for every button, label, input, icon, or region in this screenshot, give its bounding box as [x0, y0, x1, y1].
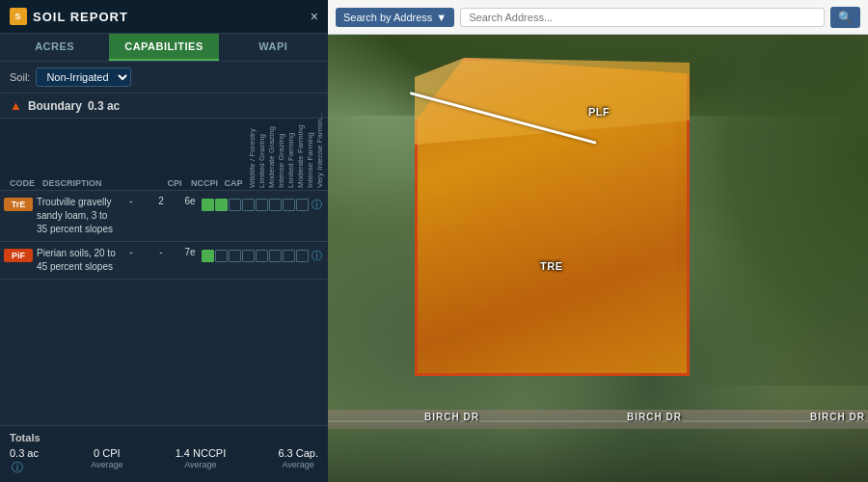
totals-label: Totals: [10, 432, 41, 443]
rotated-capability-headers: Wildlife / Forestry Limited Grazing Mode…: [245, 120, 324, 188]
cap-box: [256, 250, 268, 262]
total-cap-sub: Average: [282, 460, 313, 469]
road-label-3: BIRCH DR: [810, 412, 865, 422]
total-nccpi-val: 1.4 NCCPI: [176, 447, 227, 459]
total-cap: 6.3 Cap. Average: [278, 447, 318, 469]
search-by-address-button[interactable]: Search by Address ▼: [336, 8, 454, 27]
cap-col-intense-farming: Intense Farming: [307, 120, 314, 188]
tre-label: TRE: [540, 260, 563, 272]
cap-box: [269, 199, 282, 211]
map-searchbar: Search by Address ▼ 🔍: [328, 0, 868, 35]
trees-bottom-area: [328, 405, 868, 482]
cap-box: [229, 250, 241, 262]
soil-label: Soil:: [10, 71, 30, 83]
cap-col-intense-grazing: Intense Grazing: [278, 120, 285, 188]
row1-info-icon[interactable]: ⓘ: [312, 198, 322, 212]
soil-type-select[interactable]: Non-Irrigated: [36, 67, 131, 87]
road-label-2: BIRCH DR: [627, 412, 682, 422]
row-nccpi: 2: [144, 196, 178, 206]
row-code-badge: PiF: [4, 249, 33, 262]
col-header-description: DESCRIPTION: [42, 178, 162, 188]
acres-info-icon[interactable]: ⓘ: [12, 460, 23, 476]
search-by-address-label: Search by Address: [343, 12, 432, 23]
cap-box: [242, 250, 255, 262]
tabs-row: ACRES CAPABILITIES WAPI: [0, 34, 328, 62]
cap-col-moderate-farming: Moderate Farming: [297, 120, 305, 188]
cap-boxes-row2: ⓘ: [202, 247, 324, 263]
plf-label: PLF: [588, 106, 610, 118]
search-submit-button[interactable]: 🔍: [830, 7, 860, 28]
col-header-nccpi: NCCPI: [187, 178, 222, 188]
cap-box: [269, 250, 282, 262]
row2-info-icon[interactable]: ⓘ: [312, 249, 322, 263]
soil-report-panel: S SOIL REPORT × ACRES CAPABILITIES WAPI …: [0, 0, 328, 482]
road-label-1: BIRCH DR: [424, 412, 479, 422]
boundary-label: Boundary: [28, 99, 82, 113]
cap-box: [242, 199, 255, 211]
boundary-acres: 0.3 ac: [88, 99, 120, 113]
chevron-down-icon: ▼: [436, 12, 447, 23]
trees-right-area: [675, 0, 868, 386]
boundary-row: ▲ Boundary 0.3 ac: [0, 94, 328, 119]
boundary-icon: ▲: [10, 98, 22, 113]
cap-box: [296, 250, 309, 262]
row-nccpi: -: [144, 247, 178, 257]
soil-data-rows: TrE Troutville gravelly sandy loam, 3 to…: [0, 191, 328, 425]
col-header-cap: CAP: [222, 178, 245, 188]
map-panel[interactable]: PLF TRE BIRCH DR BIRCH DR BIRCH DR Searc…: [328, 0, 868, 482]
row-cpi: -: [119, 196, 144, 206]
panel-title: S SOIL REPORT: [10, 8, 128, 25]
total-nccpi-sub: Average: [184, 460, 216, 469]
row-code-badge: TrE: [4, 198, 33, 211]
col-header-cpi: CPI: [162, 178, 187, 188]
row-cap: 7e: [178, 247, 202, 257]
close-button[interactable]: ×: [311, 9, 318, 24]
tab-capabilities[interactable]: CAPABILITIES: [109, 34, 218, 61]
panel-header: S SOIL REPORT ×: [0, 0, 328, 34]
cap-col-very-intense-farming: Very Intense Farmin...: [316, 120, 324, 188]
cap-boxes-row1: ⓘ: [202, 196, 324, 212]
total-acres-val: 0.3 ac: [10, 447, 39, 459]
address-search-input[interactable]: [460, 8, 825, 27]
table-row: PiF Pierian soils, 20 to 45 percent slop…: [0, 242, 328, 280]
row-description: Pierian soils, 20 to 45 percent slopes: [37, 247, 119, 274]
cap-box: [283, 199, 295, 211]
cap-box: [202, 250, 214, 262]
cap-box: [229, 199, 241, 211]
cap-box: [256, 199, 268, 211]
totals-section: Totals 0.3 ac ⓘ 0 CPI Average 1.4 NCCPI …: [0, 425, 328, 482]
cap-col-wildlife: Wildlife / Forestry: [249, 120, 257, 188]
cap-box: [215, 250, 228, 262]
tab-acres[interactable]: ACRES: [0, 34, 109, 61]
cap-box: [296, 199, 309, 211]
search-icon: 🔍: [838, 11, 853, 24]
total-cpi: 0 CPI Average: [91, 447, 122, 469]
total-cpi-val: 0 CPI: [94, 447, 121, 459]
column-headers: CODE DESCRIPTION CPI NCCPI CAP Wildlife …: [0, 119, 328, 191]
totals-values: 0.3 ac ⓘ 0 CPI Average 1.4 NCCPI Average…: [10, 447, 318, 476]
total-cpi-sub: Average: [91, 460, 122, 469]
cap-box: [202, 199, 214, 211]
total-acres: 0.3 ac ⓘ: [10, 447, 39, 476]
cap-col-limited-grazing: Limited Grazing: [258, 120, 266, 188]
soil-type-row: Soil: Non-Irrigated: [0, 62, 328, 94]
tab-wapi[interactable]: WAPI: [219, 34, 328, 61]
soil-icon: S: [10, 8, 27, 25]
cap-col-moderate-grazing: Moderate Grazing: [268, 120, 276, 188]
col-header-code: CODE: [10, 178, 42, 188]
cap-box: [283, 250, 295, 262]
panel-title-text: SOIL REPORT: [33, 10, 128, 24]
cap-box: [215, 199, 228, 211]
row-description: Troutville gravelly sandy loam, 3 to 35 …: [37, 196, 119, 236]
table-row: TrE Troutville gravelly sandy loam, 3 to…: [0, 191, 328, 242]
total-cap-val: 6.3 Cap.: [278, 447, 318, 459]
cap-col-limited-farming: Limited Farming: [287, 120, 295, 188]
row-cap: 6e: [178, 196, 202, 206]
total-nccpi: 1.4 NCCPI Average: [176, 447, 227, 469]
row-cpi: -: [119, 247, 144, 257]
